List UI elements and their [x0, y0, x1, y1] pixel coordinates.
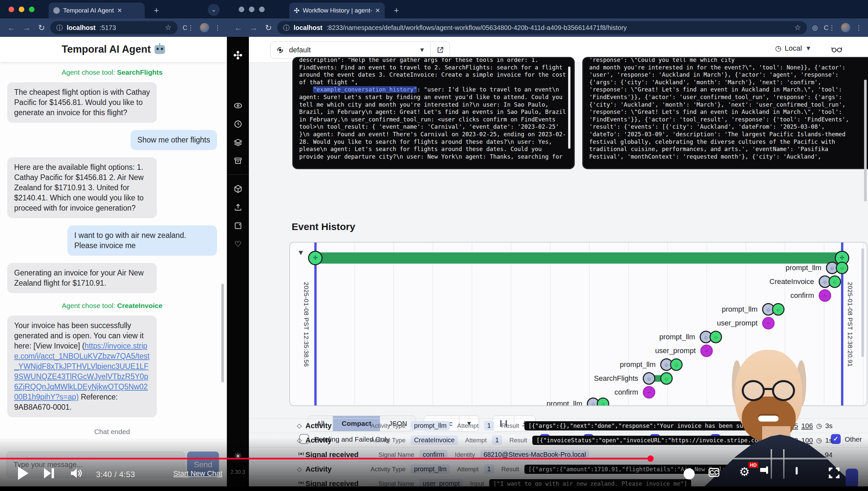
- browser-menu-icon[interactable]: ⋮: [214, 24, 221, 32]
- new-tab-button[interactable]: +: [394, 5, 399, 16]
- timezone-selector[interactable]: ◷ Local ▼: [775, 44, 811, 53]
- workflows-icon[interactable]: [234, 102, 242, 110]
- workflow-result-json-panel[interactable]: 'response': \"Could you tell me which ci…: [582, 57, 868, 169]
- address-bar[interactable]: ⓘ localhost:5173 ☆: [50, 21, 178, 34]
- reload-button[interactable]: ↻: [38, 23, 45, 33]
- agent-message[interactable]: Generating an invoice for your Air New Z…: [7, 263, 157, 293]
- fullscreen-button[interactable]: [827, 466, 841, 481]
- invoice-link[interactable]: https://invoice.stripe.com/i/acct_1NBOLu…: [14, 342, 150, 401]
- timeline-scrollbar[interactable]: [861, 249, 864, 357]
- code-panel-scrollbar[interactable]: [568, 66, 570, 149]
- feedback-heart-icon[interactable]: ♡: [234, 240, 242, 249]
- volume-icon[interactable]: [70, 467, 84, 481]
- collapse-timeline-icon[interactable]: ▼: [297, 249, 305, 257]
- start-new-chat-link[interactable]: Start New Chat: [173, 469, 222, 478]
- next-button[interactable]: [43, 467, 55, 481]
- forward-button[interactable]: →: [250, 23, 258, 33]
- signal-event-marker[interactable]: ▪▪: [762, 317, 775, 329]
- docs-icon[interactable]: [234, 222, 242, 230]
- timeline-event-label: prompt_llm: [547, 400, 582, 406]
- activity-completed-marker[interactable]: ◇: [710, 331, 722, 343]
- workflow-start-node[interactable]: ✣: [308, 251, 322, 265]
- code-line: Festival', 'monthContext': 'requested mo…: [589, 153, 868, 161]
- theater-mode-button[interactable]: [796, 468, 798, 474]
- user-message[interactable]: Show me other flights: [130, 130, 217, 150]
- extension-icon[interactable]: C⋮: [824, 24, 835, 32]
- timezone-label: Local: [785, 44, 802, 53]
- autoplay-toggle[interactable]: [683, 468, 695, 481]
- timeline-gridline: [863, 242, 863, 405]
- signal-event-marker[interactable]: ▪▪: [643, 386, 655, 399]
- schedules-icon[interactable]: [234, 120, 242, 128]
- browser-tab[interactable]: ✣ Workflow History | agent-wor ✕: [289, 3, 385, 19]
- bookmark-star-icon[interactable]: ☆: [165, 23, 172, 32]
- close-tab-icon[interactable]: ✕: [375, 7, 380, 14]
- browser-tab[interactable]: Temporal AI Agent ✕: [49, 3, 145, 19]
- traffic-lights-inactive[interactable]: [239, 7, 265, 12]
- settings-button[interactable]: ⚙ HD: [739, 466, 750, 478]
- url-path: :5173: [100, 24, 116, 32]
- agent-message[interactable]: Here are the available flight options: 1…: [7, 157, 157, 218]
- close-window-button[interactable]: [239, 7, 244, 12]
- activity-completed-marker[interactable]: ◇: [597, 398, 609, 406]
- tab-overflow-button[interactable]: ⌄: [208, 4, 220, 16]
- minimize-window-button[interactable]: [249, 7, 254, 12]
- code-line: festival globally, celebrating the diver…: [589, 138, 868, 146]
- workflow-input-json-panel[interactable]: description": "Help the user gather args…: [292, 57, 575, 169]
- letterbox-bar: [0, 486, 868, 491]
- message-row: Generating an invoice for your Air New Z…: [7, 263, 217, 300]
- archival-icon[interactable]: [234, 157, 242, 165]
- traffic-lights[interactable]: [8, 7, 34, 12]
- profile-avatar[interactable]: [841, 23, 850, 32]
- back-button[interactable]: ←: [7, 23, 16, 33]
- import-icon[interactable]: [234, 203, 242, 211]
- user-message[interactable]: I want to go with air new zealand. Pleas…: [67, 225, 217, 256]
- new-tab-button[interactable]: +: [154, 5, 159, 16]
- timeline-gridline: [354, 242, 355, 405]
- message-row: I want to go with air new zealand. Pleas…: [7, 225, 217, 263]
- forward-button[interactable]: →: [23, 23, 31, 33]
- captions-button[interactable]: CC: [709, 467, 719, 478]
- activity-scheduled-marker[interactable]: ◇: [643, 372, 655, 385]
- page-scrollbar[interactable]: [864, 80, 867, 201]
- namespace-icon: [276, 46, 284, 54]
- site-info-icon[interactable]: ⓘ: [56, 23, 63, 32]
- code-line: FindEvents: Find an event to travel to 2…: [299, 64, 568, 71]
- video-progress-handle[interactable]: [647, 456, 654, 462]
- zoom-window-button[interactable]: [29, 7, 34, 12]
- extension-icon[interactable]: C⋮: [183, 24, 194, 32]
- address-bar[interactable]: ⓘ localhost:8233/namespaces/default/work…: [277, 21, 807, 34]
- batch-operations-icon[interactable]: [234, 138, 242, 147]
- namespaces-icon[interactable]: [234, 184, 242, 193]
- activity-completed-marker[interactable]: ◇: [829, 276, 841, 288]
- minimize-window-button[interactable]: [19, 7, 24, 12]
- signal-event-marker[interactable]: ▪▪: [819, 289, 831, 302]
- chat-scrollbar[interactable]: [221, 284, 224, 382]
- agent-message[interactable]: Your invoice has been successfully gener…: [7, 316, 157, 417]
- browser-menu-icon[interactable]: ⋮: [856, 24, 862, 32]
- glasses-left-lens: [742, 380, 765, 401]
- close-window-button[interactable]: [8, 7, 14, 12]
- miniplayer-button[interactable]: [766, 467, 768, 473]
- code-line: "example_conversation_history": "user: I…: [299, 86, 568, 93]
- activity-completed-marker[interactable]: ◇: [836, 262, 848, 274]
- labs-mode-toggle[interactable]: [831, 44, 842, 55]
- back-button[interactable]: ←: [234, 23, 242, 33]
- activity-completed-marker[interactable]: ◇: [670, 358, 683, 371]
- temporal-logo-icon[interactable]: ✣: [233, 49, 243, 62]
- reload-button[interactable]: ↻: [265, 23, 272, 33]
- namespace-selector[interactable]: default ▼: [270, 41, 431, 59]
- site-info-icon[interactable]: ⓘ: [283, 23, 290, 32]
- password-manager-icon[interactable]: ◎: [812, 24, 818, 32]
- activity-completed-marker[interactable]: ◇: [772, 303, 784, 316]
- code-line: in February.\n user_confirmed_tool_run: …: [299, 116, 568, 123]
- activity-completed-marker[interactable]: ◇: [660, 372, 673, 385]
- play-button[interactable]: [17, 466, 29, 482]
- profile-avatar[interactable]: [200, 23, 209, 32]
- agent-message[interactable]: The cheapest flight option is with Catha…: [7, 82, 157, 123]
- open-namespace-button[interactable]: [431, 41, 450, 59]
- close-tab-icon[interactable]: ✕: [117, 7, 122, 14]
- zoom-window-button[interactable]: [259, 7, 265, 12]
- bookmark-star-icon[interactable]: ☆: [794, 23, 801, 32]
- message-row: The cheapest flight option is with Catha…: [7, 82, 217, 130]
